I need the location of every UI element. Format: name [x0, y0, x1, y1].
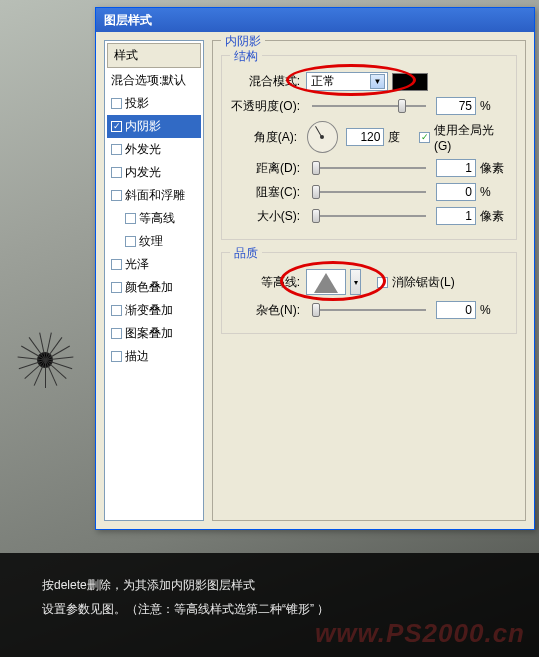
- style-texture[interactable]: 纹理: [107, 230, 201, 253]
- opacity-label: 不透明度(O):: [230, 98, 302, 115]
- size-unit: 像素: [480, 208, 508, 225]
- angle-label: 角度(A):: [230, 129, 299, 146]
- noise-input[interactable]: 0: [436, 301, 476, 319]
- checkbox-icon[interactable]: [111, 98, 122, 109]
- quality-group: 品质 等高线: ▾ 消除锯齿(L) 杂色(N):: [221, 252, 517, 334]
- checkbox-icon[interactable]: [111, 121, 122, 132]
- style-color-overlay[interactable]: 颜色叠加: [107, 276, 201, 299]
- chevron-down-icon: ▼: [370, 74, 385, 89]
- global-light-label: 使用全局光(G): [434, 122, 508, 153]
- checkbox-icon[interactable]: [125, 213, 136, 224]
- blend-mode-label: 混合模式:: [230, 73, 302, 90]
- noise-label: 杂色(N):: [230, 302, 302, 319]
- size-label: 大小(S):: [230, 208, 302, 225]
- angle-unit: 度: [388, 129, 415, 146]
- structure-group: 结构 混合模式: 正常 ▼ 不透明度(O): 75: [221, 55, 517, 240]
- style-contour[interactable]: 等高线: [107, 207, 201, 230]
- style-inner-shadow[interactable]: 内阴影: [107, 115, 201, 138]
- global-light-checkbox[interactable]: [419, 132, 430, 143]
- opacity-unit: %: [480, 99, 508, 113]
- angle-dial[interactable]: [307, 121, 338, 153]
- opacity-input[interactable]: 75: [436, 97, 476, 115]
- blend-mode-value: 正常: [311, 73, 335, 90]
- style-drop-shadow[interactable]: 投影: [107, 92, 201, 115]
- choke-label: 阻塞(C):: [230, 184, 302, 201]
- checkbox-icon[interactable]: [111, 328, 122, 339]
- caption-line1: 按delete删除，为其添加内阴影图层样式: [42, 573, 497, 597]
- style-gradient-overlay[interactable]: 渐变叠加: [107, 299, 201, 322]
- style-inner-glow[interactable]: 内发光: [107, 161, 201, 184]
- antialias-checkbox[interactable]: [377, 277, 388, 288]
- checkbox-icon[interactable]: [111, 259, 122, 270]
- watermark: www.PS2000.cn: [315, 618, 525, 649]
- style-satin[interactable]: 光泽: [107, 253, 201, 276]
- styles-header[interactable]: 样式: [107, 43, 201, 68]
- chevron-down-icon[interactable]: ▾: [350, 269, 361, 295]
- noise-slider[interactable]: [312, 301, 426, 319]
- styles-list: 样式 混合选项:默认 投影 内阴影 外发光 内发光 斜面和浮雕 等高线 纹理 光…: [104, 40, 204, 521]
- style-outer-glow[interactable]: 外发光: [107, 138, 201, 161]
- dialog-titlebar[interactable]: 图层样式: [96, 8, 534, 32]
- checkbox-icon[interactable]: [111, 167, 122, 178]
- contour-picker[interactable]: [306, 269, 346, 295]
- choke-input[interactable]: 0: [436, 183, 476, 201]
- distance-label: 距离(D):: [230, 160, 302, 177]
- settings-panel: 内阴影 结构 混合模式: 正常 ▼ 不透明度(O):: [212, 40, 526, 521]
- layer-style-dialog: 图层样式 样式 混合选项:默认 投影 内阴影 外发光 内发光 斜面和浮雕 等高线…: [95, 7, 535, 530]
- svg-marker-0: [314, 273, 338, 293]
- contour-label: 等高线:: [230, 274, 302, 291]
- distance-input[interactable]: 1: [436, 159, 476, 177]
- color-swatch[interactable]: [392, 73, 428, 91]
- choke-slider[interactable]: [312, 183, 426, 201]
- dialog-title: 图层样式: [104, 13, 152, 27]
- checkbox-icon[interactable]: [111, 282, 122, 293]
- size-input[interactable]: 1: [436, 207, 476, 225]
- structure-title: 结构: [230, 48, 262, 65]
- checkbox-icon[interactable]: [111, 144, 122, 155]
- checkbox-icon[interactable]: [111, 351, 122, 362]
- angle-input[interactable]: 120: [346, 128, 385, 146]
- style-stroke[interactable]: 描边: [107, 345, 201, 368]
- style-pattern-overlay[interactable]: 图案叠加: [107, 322, 201, 345]
- antialias-label: 消除锯齿(L): [392, 274, 455, 291]
- checkbox-icon[interactable]: [111, 190, 122, 201]
- choke-unit: %: [480, 185, 508, 199]
- quality-title: 品质: [230, 245, 262, 262]
- checkbox-icon[interactable]: [111, 305, 122, 316]
- blend-mode-dropdown[interactable]: 正常 ▼: [306, 72, 388, 91]
- size-slider[interactable]: [312, 207, 426, 225]
- distance-slider[interactable]: [312, 159, 426, 177]
- bullet-hole-graphic: [15, 330, 75, 390]
- style-bevel[interactable]: 斜面和浮雕: [107, 184, 201, 207]
- style-blend-defaults[interactable]: 混合选项:默认: [107, 69, 201, 92]
- opacity-slider[interactable]: [312, 97, 426, 115]
- checkbox-icon[interactable]: [125, 236, 136, 247]
- inner-shadow-group: 内阴影 结构 混合模式: 正常 ▼ 不透明度(O):: [212, 40, 526, 521]
- noise-unit: %: [480, 303, 508, 317]
- distance-unit: 像素: [480, 160, 508, 177]
